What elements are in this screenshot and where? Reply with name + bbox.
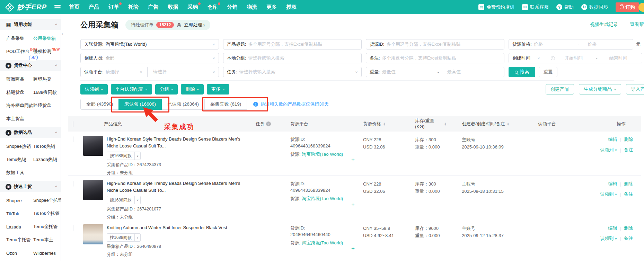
help-link[interactable]: ? 帮助 <box>556 4 574 10</box>
sidebar-item-tiktok[interactable]: TikTok <box>6 211 33 216</box>
time-type-select[interactable]: 创建时间 ∨ <box>509 53 543 63</box>
sidebar-section-data-selection[interactable]: ▲ 数据选品 ^ <box>0 127 61 138</box>
sidebar-item-overseas-ranking[interactable]: 海外榜单同款 <box>6 102 33 109</box>
nav-item-authorization[interactable]: 授权 <box>286 4 297 10</box>
free-training-link[interactable]: ▤ 免费预约培训 <box>478 4 514 10</box>
view-help-link[interactable]: 查看帮助 <box>630 21 644 28</box>
source-platform-link[interactable]: 淘宝跨境(Tao World) <box>302 240 344 246</box>
chevron-down-icon[interactable]: ∨ <box>134 152 141 160</box>
platform-claim-config-button[interactable]: 平台认领配置∨ <box>111 84 152 94</box>
date-range-input[interactable]: 开始时间 - 结束时间 <box>547 53 642 63</box>
nav-item-ads[interactable]: 广告 <box>148 4 158 10</box>
remark-link[interactable]: 备注 <box>624 191 633 197</box>
col-source-price[interactable]: 货源价格 ▲▼ <box>360 121 412 127</box>
help-icon[interactable]: ? <box>266 122 271 126</box>
sidebar-section-pallet-center[interactable]: ◆ 货盘中心 ^ <box>0 60 61 71</box>
sidebar-collapse-handle[interactable]: ‹ <box>62 31 63 36</box>
nav-item-home[interactable]: 首页 <box>69 4 79 10</box>
row-checkbox[interactable] <box>73 225 73 231</box>
sidebar-item-ozon[interactable]: Ozon <box>6 251 33 256</box>
sidebar-item-1688-same[interactable]: 1688搜同款 <box>33 89 61 96</box>
col-stock-weight[interactable]: 库存/重量(KG) ▲▼ <box>412 118 459 130</box>
delete-link[interactable]: 删除 <box>624 225 633 231</box>
tab-claimed[interactable]: 已认领 (26364) <box>161 99 205 110</box>
product-title[interactable]: High-End Korean Style Trendy Beads Desig… <box>107 180 242 194</box>
tab-all[interactable]: 全部 (43590) <box>80 99 119 110</box>
nav-item-distribution[interactable]: 分销 <box>227 4 237 10</box>
delete-button[interactable]: 删除∨ <box>181 84 203 94</box>
video-record-link[interactable]: 视频生成记录 <box>590 21 618 28</box>
row-checkbox[interactable] <box>73 136 73 142</box>
claim-platform-select[interactable]: 认领平台: 请选择 ∨ <box>81 67 145 77</box>
sidebar-item-lazada-hot[interactable]: Lazada热销 <box>33 156 61 163</box>
local-group-select[interactable]: 本地分组: 请选择或输入搜索 <box>223 53 362 63</box>
sidebar-item-crossborder-pallet[interactable]: 跨境货盘 <box>33 102 61 109</box>
sidebar-item-tiktok-hot[interactable]: TikTok热销 <box>33 143 61 150</box>
sort-icon[interactable]: ▲▼ <box>383 122 386 126</box>
chevron-down-icon[interactable]: ∨ <box>134 196 141 204</box>
sort-icon[interactable]: ▲▼ <box>507 122 509 126</box>
sidebar-section-quick-listing[interactable]: ▣ 快速上货 ^ <box>0 181 61 192</box>
group-button[interactable]: 分组∨ <box>155 84 178 94</box>
source-platform-link[interactable]: 淘宝跨境(Tao World) <box>302 151 344 158</box>
remark-input[interactable]: 备注: 多个用逗号分隔，支持Excel复制粘贴 <box>366 53 504 63</box>
task-select[interactable]: 任务: 请选择或输入搜索 ∨ <box>223 67 362 77</box>
delete-link[interactable]: 删除 <box>624 181 633 187</box>
nav-item-product[interactable]: 产品 <box>89 4 99 10</box>
sidebar-item-refined-pallet[interactable]: 精翻货盘 <box>6 89 33 96</box>
sidebar-item-temu-full[interactable]: Temu全托管 <box>33 224 61 230</box>
search-button[interactable]: 搜索 <box>509 67 535 77</box>
claim-shop-select[interactable]: 请选择 ∨ <box>150 67 219 77</box>
import-product-button[interactable]: 导入产品∨ <box>626 84 644 94</box>
sidebar-item-pod-workbench[interactable]: POD工作台Beta <box>6 48 33 55</box>
search-1688-button[interactable]: 搜1688同款 ∨ <box>107 152 141 160</box>
sidebar-item-infringement-check[interactable]: 侵权检测NEW <box>33 48 61 55</box>
sidebar-item-lazada[interactable]: Lazada <box>6 224 33 230</box>
search-1688-button[interactable]: 搜1688同款 ∨ <box>107 233 141 242</box>
create-product-button[interactable]: 创建产品 <box>546 84 574 94</box>
nav-item-logistics[interactable]: 物流 <box>247 4 257 10</box>
nav-item-orders[interactable]: 订单 <box>108 4 119 10</box>
contact-support-link[interactable]: ✉ 联系客服 <box>522 4 549 10</box>
product-title[interactable]: High-End Korean Style Trendy Beads Desig… <box>107 136 242 150</box>
more-button[interactable]: 更多∨ <box>207 84 229 94</box>
sidebar-item-shopee-hot[interactable]: Shopee热销 <box>6 143 33 150</box>
generate-distribution-button[interactable]: 生成分销商品∨ <box>579 84 621 94</box>
search-1688-button[interactable]: 搜1688同款 ∨ <box>107 196 141 204</box>
sidebar-item-temu-hot[interactable]: Temu热销 <box>6 156 33 163</box>
sidebar-item-shopee[interactable]: Shopee <box>6 198 33 203</box>
reset-button[interactable]: 重置 <box>539 67 557 77</box>
sidebar-section-general[interactable]: ▦ 通用功能 ^ <box>0 19 61 30</box>
source-id-input[interactable]: 货源ID: 多个用逗号分隔，支持Excel复制粘贴 <box>366 39 504 50</box>
nav-item-more[interactable]: 更多 <box>266 4 277 10</box>
price-range-input[interactable]: 货源价格: 价格 - 价格 元 <box>509 39 633 50</box>
product-title-input[interactable]: 产品标题: 多个用逗号分隔，支持Excel复制粘贴 <box>223 39 362 50</box>
assoc-source-select[interactable]: 关联货源: 淘宝跨境(Tao World) ∨ <box>80 39 219 50</box>
product-image[interactable] <box>83 224 103 244</box>
nav-item-warehouse[interactable]: 仓库 <box>207 4 218 10</box>
select-all-checkbox[interactable] <box>73 121 73 127</box>
subscribe-button[interactable]: 订购 <box>616 2 639 12</box>
claim-to-link[interactable]: 认领到∨ <box>600 235 617 242</box>
edit-link[interactable]: 编辑 <box>608 225 617 231</box>
claim-to-link[interactable]: 认领到∨ <box>600 191 617 197</box>
sidebar-item-shopee-full[interactable]: Shopee全托管 <box>33 197 61 204</box>
claim-to-button[interactable]: 认领到∨ <box>80 84 108 94</box>
avatar[interactable] <box>638 3 644 12</box>
sidebar-item-local-pallet[interactable]: 本土货盘 <box>6 116 33 122</box>
add-source-icon[interactable]: + <box>351 156 355 164</box>
sidebar-item-tiktok-full[interactable]: TikTok全托管 <box>33 210 61 217</box>
remark-link[interactable]: 备注 <box>624 235 633 242</box>
sidebar-item-product-collect[interactable]: 产品采集 <box>6 35 33 42</box>
nav-item-purchase[interactable]: 采购 <box>187 4 198 10</box>
data-sync-link[interactable]: ↻ 数据同步 <box>581 4 608 10</box>
edit-link[interactable]: 编辑 <box>608 181 617 187</box>
remark-link[interactable]: 备注 <box>624 147 633 153</box>
creator-select[interactable]: 创建人员: 全部 ∨ <box>80 53 219 63</box>
nav-item-hosting[interactable]: 托管 <box>128 4 139 10</box>
edit-link[interactable]: 编辑 <box>608 136 617 143</box>
menu-hamburger-icon[interactable] <box>54 5 61 9</box>
brand-logo[interactable]: 妙手ERP <box>5 2 47 12</box>
sidebar-item-data-tools[interactable]: 数据工具 <box>6 170 33 176</box>
add-source-icon[interactable]: + <box>351 200 355 209</box>
